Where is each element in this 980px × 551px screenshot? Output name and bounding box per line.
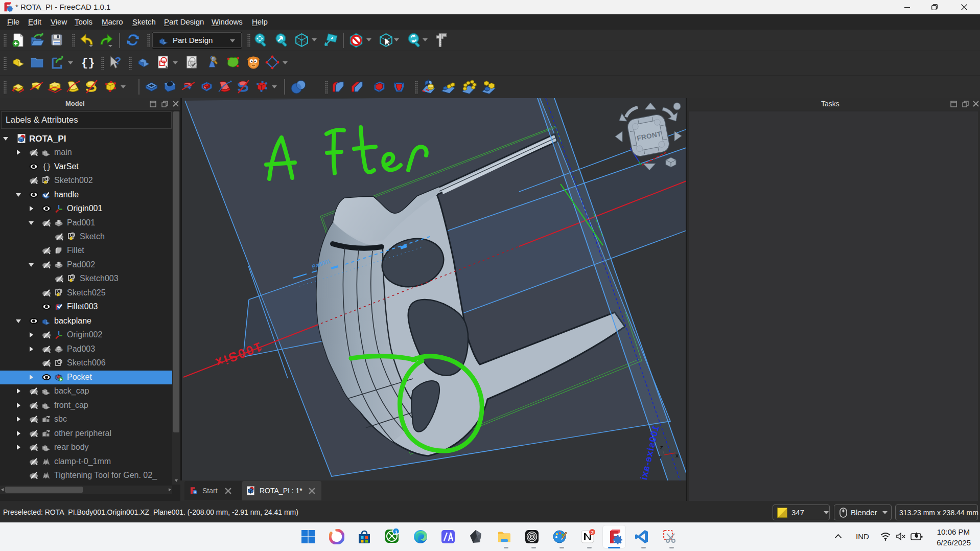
svg-text:?: ? [114, 55, 121, 66]
svg-text:{}: {} [81, 56, 94, 70]
svg-text:X: X [675, 453, 679, 458]
svg-text:2: 2 [591, 530, 594, 535]
svg-text:1: 1 [395, 529, 398, 535]
svg-text:Y: Y [659, 455, 662, 460]
svg-text:Z: Z [660, 445, 663, 450]
